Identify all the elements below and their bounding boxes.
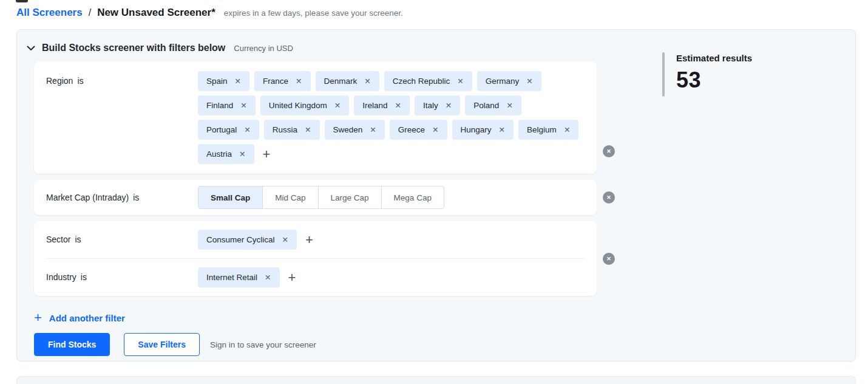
remove-region-filter-button[interactable]: ✕ — [603, 145, 615, 157]
chip-remove-icon[interactable]: ✕ — [364, 77, 370, 86]
filter-chip[interactable]: Russia✕ — [264, 120, 320, 140]
filter-chip[interactable]: Ireland✕ — [354, 95, 410, 115]
filter-label-market-cap: Market Cap (Intraday)is — [46, 186, 198, 209]
chip-label: Czech Republic — [393, 77, 450, 86]
plus-icon: + — [305, 232, 313, 247]
market-cap-segmented-control: Small CapMid CapLarge CapMega Cap — [198, 186, 444, 209]
filter-chip[interactable]: Poland✕ — [465, 95, 521, 115]
panel-title: Build Stocks screener with filters below — [42, 43, 225, 53]
add-region-chip-button[interactable]: + — [259, 145, 274, 163]
chip-remove-icon[interactable]: ✕ — [506, 101, 512, 110]
filter-operator: is — [75, 235, 81, 244]
results-count: 53 — [676, 67, 752, 93]
filter-card-region: Regionis Spain✕France✕Denmark✕Czech Repu… — [34, 61, 597, 174]
chip-remove-icon[interactable]: ✕ — [239, 149, 245, 159]
next-panel-peek — [16, 376, 856, 384]
chip-label: Internet Retail — [206, 273, 257, 282]
industry-chips-container: Internet Retail✕+ — [198, 267, 585, 287]
chip-remove-icon[interactable]: ✕ — [370, 125, 376, 134]
filter-field-label: Sector — [46, 235, 70, 244]
filter-label-sector: Sectoris — [46, 230, 198, 250]
filter-chip[interactable]: Finland✕ — [198, 95, 256, 115]
close-circle-icon: ✕ — [606, 256, 611, 262]
find-stocks-button[interactable]: Find Stocks — [34, 333, 110, 356]
filter-chip[interactable]: Hungary✕ — [452, 120, 514, 140]
filter-chip[interactable]: United Kingdom✕ — [260, 95, 350, 115]
filter-row-market-cap: Market Cap (Intraday)is Small CapMid Cap… — [34, 180, 615, 215]
add-industry-chip-button[interactable]: + — [285, 269, 300, 287]
filter-field-label: Market Cap (Intraday) — [46, 193, 129, 202]
chip-label: United Kingdom — [269, 101, 327, 110]
chip-label: Germany — [486, 77, 520, 86]
chip-label: Austria — [206, 149, 232, 159]
chip-remove-icon[interactable]: ✕ — [395, 101, 401, 110]
breadcrumb-link-all-screeners[interactable]: All Screeners — [16, 7, 83, 19]
filter-chip[interactable]: Belgium✕ — [518, 120, 578, 140]
filter-chip[interactable]: Portugal✕ — [198, 120, 259, 140]
filter-chip[interactable]: Italy✕ — [415, 95, 460, 115]
filter-row-sector: Sectoris Consumer Cyclical✕+ — [46, 221, 585, 258]
filter-label-region: Regionis — [46, 71, 198, 164]
chip-remove-icon[interactable]: ✕ — [499, 125, 505, 134]
chip-remove-icon[interactable]: ✕ — [446, 101, 452, 110]
results-label: Estimated results — [676, 52, 752, 63]
results-accent-bar — [662, 52, 665, 97]
estimated-results: Estimated results 53 — [662, 52, 752, 97]
filter-chip[interactable]: Germany✕ — [477, 71, 541, 91]
market-cap-option[interactable]: Small Cap — [198, 186, 263, 209]
chip-remove-icon[interactable]: ✕ — [235, 77, 241, 86]
page-title: New Unsaved Screener* — [97, 7, 215, 19]
chip-label: Denmark — [324, 77, 358, 86]
chip-label: Italy — [423, 101, 438, 110]
chip-label: Consumer Cyclical — [206, 235, 275, 244]
screener-builder-panel: Build Stocks screener with filters below… — [16, 29, 856, 362]
filter-chip[interactable]: Greece✕ — [390, 120, 447, 140]
clipped-element-artifact — [16, 0, 28, 2]
chip-remove-icon[interactable]: ✕ — [564, 125, 570, 134]
filters-area: Regionis Spain✕France✕Denmark✕Czech Repu… — [17, 61, 855, 356]
chip-remove-icon[interactable]: ✕ — [526, 77, 532, 86]
save-filters-button[interactable]: Save Filters — [124, 333, 200, 356]
chip-remove-icon[interactable]: ✕ — [296, 77, 302, 86]
chip-label: Sweden — [333, 125, 363, 134]
market-cap-option[interactable]: Large Cap — [318, 186, 382, 209]
region-chips-container: Spain✕France✕Denmark✕Czech Republic✕Germ… — [198, 71, 585, 164]
chip-label: France — [263, 77, 288, 86]
chip-remove-icon[interactable]: ✕ — [305, 125, 311, 134]
filter-card-market-cap: Market Cap (Intraday)is Small CapMid Cap… — [34, 180, 597, 215]
filter-chip[interactable]: Czech Republic✕ — [384, 71, 472, 91]
filter-chip[interactable]: France✕ — [254, 71, 311, 91]
chip-remove-icon[interactable]: ✕ — [265, 273, 271, 282]
filter-chip[interactable]: Spain✕ — [198, 71, 249, 91]
chip-label: Hungary — [461, 125, 492, 134]
plus-icon: + — [288, 270, 296, 285]
remove-market-cap-filter-button[interactable]: ✕ — [603, 191, 615, 204]
filter-chip[interactable]: Denmark✕ — [316, 71, 379, 91]
filter-chip[interactable]: Internet Retail✕ — [198, 267, 280, 287]
add-sector-chip-button[interactable]: + — [302, 231, 317, 249]
signin-note: Sign in to save your screener — [210, 340, 316, 349]
filter-group-sector-industry: Sectoris Consumer Cyclical✕+ Industryis … — [34, 221, 615, 296]
filter-field-label: Region — [46, 76, 73, 86]
filter-chip[interactable]: Sweden✕ — [325, 120, 385, 140]
filter-chip[interactable]: Consumer Cyclical✕ — [198, 230, 297, 250]
chip-remove-icon[interactable]: ✕ — [334, 101, 341, 110]
breadcrumb-separator: / — [89, 7, 91, 18]
chip-label: Greece — [398, 125, 425, 134]
filter-chip[interactable]: Austria✕ — [198, 144, 254, 164]
chip-remove-icon[interactable]: ✕ — [240, 101, 246, 110]
close-circle-icon: ✕ — [606, 148, 611, 154]
chip-remove-icon[interactable]: ✕ — [432, 125, 438, 134]
chip-label: Poland — [473, 101, 499, 110]
chevron-down-icon[interactable] — [27, 46, 35, 51]
filter-card-sector-industry: Sectoris Consumer Cyclical✕+ Industryis … — [34, 221, 597, 296]
add-another-filter-button[interactable]: + Add another filter — [34, 312, 125, 323]
market-cap-option[interactable]: Mega Cap — [381, 186, 444, 209]
chip-remove-icon[interactable]: ✕ — [244, 125, 250, 134]
chip-remove-icon[interactable]: ✕ — [282, 235, 288, 244]
chip-label: Portugal — [206, 125, 237, 134]
remove-sector-industry-filter-button[interactable]: ✕ — [603, 253, 615, 265]
chip-label: Ireland — [362, 101, 387, 110]
chip-remove-icon[interactable]: ✕ — [457, 77, 463, 86]
market-cap-option[interactable]: Mid Cap — [262, 186, 318, 209]
